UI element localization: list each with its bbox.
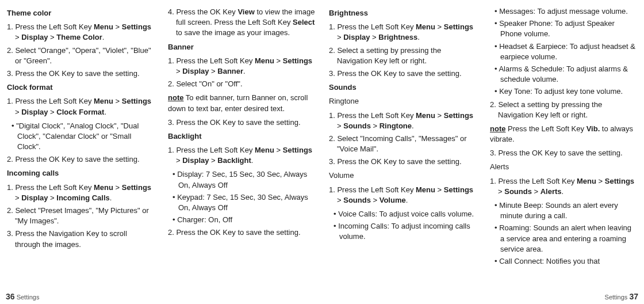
- page-column-4: Messages: To adjust message volume. Spea…: [483, 0, 644, 304]
- page-number-right: Settings 37: [605, 291, 638, 303]
- step: 2. Press the OK Key to save the setting.: [7, 154, 154, 165]
- step: 3. Press the OK Key to save the setting.: [490, 148, 637, 158]
- volume-steps3: 3. Press the OK Key to save the setting.: [490, 148, 637, 158]
- step: 1. Press the Left Soft Key MenuSettingsS…: [490, 176, 637, 197]
- bullet: "Digital Clock", "Analog Clock", "Dual C…: [9, 121, 154, 153]
- bullet: Roaming: Sounds an alert when leaving a …: [492, 223, 637, 254]
- page-number-left: 36 Settings: [6, 291, 39, 303]
- step: 1. Press the Left Soft Key MenuSettingsD…: [168, 145, 315, 166]
- heading-backlight: Backlight: [168, 131, 315, 142]
- heading-theme-color: Theme color: [7, 8, 154, 18]
- step: 4. Press the OK Key View to view the ima…: [168, 7, 315, 39]
- heading-banner: Banner: [168, 42, 315, 52]
- step: 3. Press the OK Key to save the setting.: [168, 117, 315, 128]
- step: 1. Press the Left Soft Key MenuSettingsS…: [329, 185, 476, 206]
- page-column-1: Theme color 1. Press the Left Soft Key M…: [0, 0, 161, 304]
- bullet: Minute Beep: Sounds an alert every minut…: [492, 200, 637, 221]
- theme-color-steps: 1. Press the Left Soft Key MenuSettingsD…: [7, 22, 154, 79]
- step: 2. Select "On" or "Off".: [168, 79, 315, 89]
- step: 2. Press the OK Key to save the setting.: [168, 227, 315, 238]
- bullet: Alarms & Schedule: To adjust alarms & sc…: [492, 64, 637, 85]
- step: 2. Select "Preset Images", "My Pictures"…: [7, 206, 154, 226]
- alerts-step1: 1. Press the Left Soft Key MenuSettingsS…: [490, 176, 637, 197]
- banner-steps: 1. Press the Left Soft Key MenuSettingsD…: [168, 56, 315, 90]
- heading-brightness: Brightness: [329, 8, 476, 18]
- banner-steps2: 3. Press the OK Key to save the setting.: [168, 117, 315, 128]
- bullet: Messages: To adjust message volume.: [492, 6, 637, 17]
- bullet: Charger: On, Off: [170, 215, 315, 225]
- brightness-steps: 1. Press the Left Soft Key MenuSettingsD…: [329, 22, 476, 79]
- step: 1. Press the Left Soft Key MenuSettingsS…: [329, 111, 476, 131]
- bullet: Keypad: 7 Sec, 15 Sec, 30 Sec, Always On…: [170, 192, 315, 213]
- heading-alerts: Alerts: [490, 162, 637, 172]
- step: 1. Press the Left Soft Key MenuSettingsD…: [7, 96, 154, 117]
- backlight-step1: 1. Press the Left Soft Key MenuSettingsD…: [168, 145, 315, 166]
- banner-note: note To edit banner, turn Banner on, scr…: [168, 93, 315, 113]
- backlight-step2: 2. Press the OK Key to save the setting.: [168, 227, 315, 238]
- step: 2. Select "Orange", "Opera", "Violet", "…: [7, 45, 154, 66]
- bullet: Voice Calls: To adjust voice calls volum…: [331, 209, 476, 219]
- heading-incoming-calls: Incoming calls: [7, 168, 154, 178]
- volume-note: note Press the Left Soft Key Vib. to alw…: [490, 124, 637, 145]
- bullet: Key Tone: To adjust key tone volume.: [492, 86, 637, 97]
- step: 2. Select a setting by pressing the Navi…: [490, 100, 637, 120]
- step: 1. Press the Left Soft Key MenuSettingsD…: [329, 22, 476, 43]
- heading-sounds: Sounds: [329, 82, 476, 93]
- volume-steps2: 2. Select a setting by pressing the Navi…: [490, 100, 637, 120]
- clock-options: "Digital Clock", "Analog Clock", "Dual C…: [9, 121, 154, 153]
- step: 3. Press the OK Key to save the setting.: [329, 69, 476, 79]
- volume-step1: 1. Press the Left Soft Key MenuSettingsS…: [329, 185, 476, 206]
- bullet: Incoming Calls: To adjust incoming calls…: [331, 221, 476, 242]
- heading-volume: Volume: [329, 170, 476, 181]
- page-column-3: Brightness 1. Press the Left Soft Key Me…: [322, 0, 483, 304]
- alerts-bullets: Minute Beep: Sounds an alert every minut…: [492, 200, 637, 267]
- step: 2. Select "Incoming Calls", "Messages" o…: [329, 134, 476, 154]
- volume-bullets: Voice Calls: To adjust voice calls volum…: [331, 209, 476, 242]
- step: 1. Press the Left Soft Key MenuSettingsD…: [168, 56, 315, 77]
- heading-ringtone: Ringtone: [329, 96, 476, 107]
- bullet: Call Connect: Notifies you that: [492, 256, 637, 267]
- bullet: Headset & Earpiece: To adjust headset & …: [492, 41, 637, 62]
- heading-clock-format: Clock format: [7, 82, 154, 93]
- clock-format-steps2: 2. Press the OK Key to save the setting.: [7, 154, 154, 165]
- step: 1. Press the Left Soft Key MenuSettingsD…: [7, 183, 154, 203]
- step: 1. Press the Left Soft Key MenuSettingsD…: [7, 22, 154, 43]
- incoming-steps-cont: 4. Press the OK Key View to view the ima…: [168, 7, 315, 39]
- step: 2. Select a setting by pressing the Navi…: [329, 45, 476, 66]
- ringtone-steps: 1. Press the Left Soft Key MenuSettingsS…: [329, 111, 476, 168]
- step: 3. Press the OK Key to save the setting.: [329, 157, 476, 167]
- bullet: Display: 7 Sec, 15 Sec, 30 Sec, Always O…: [170, 169, 315, 190]
- bullet: Speaker Phone: To adjust Speaker Phone v…: [492, 18, 637, 39]
- incoming-steps: 1. Press the Left Soft Key MenuSettingsD…: [7, 183, 154, 250]
- step: 3. Press the Navigation Key to scroll th…: [7, 229, 154, 249]
- step: 3. Press the OK Key to save the setting.: [7, 69, 154, 79]
- backlight-options: Display: 7 Sec, 15 Sec, 30 Sec, Always O…: [170, 169, 315, 225]
- clock-format-steps: 1. Press the Left Soft Key MenuSettingsD…: [7, 96, 154, 117]
- volume-bullets-cont: Messages: To adjust message volume. Spea…: [492, 6, 637, 97]
- page-column-2: 4. Press the OK Key View to view the ima…: [161, 0, 322, 304]
